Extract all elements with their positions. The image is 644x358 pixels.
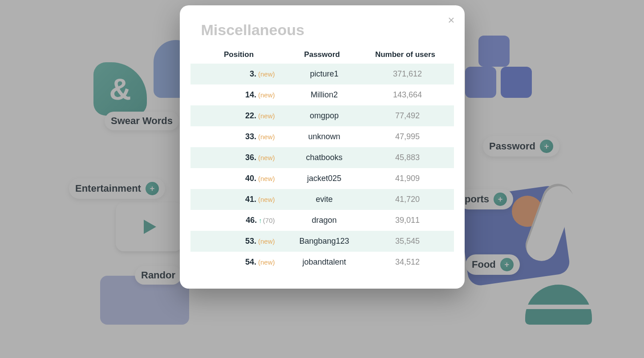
table-body[interactable]: 3.(new)picture1371,61214.(new)Million214… bbox=[190, 64, 454, 273]
new-tag: (new) bbox=[258, 91, 275, 99]
table-row: 22.(new)omgpop77,492 bbox=[190, 105, 454, 126]
users-cell: 45,883 bbox=[372, 153, 443, 162]
password-cell: Million2 bbox=[277, 90, 372, 100]
arrow-up-icon: ↑ bbox=[259, 217, 262, 224]
position-cell: 3.(new) bbox=[201, 69, 277, 79]
table-header: Position Password Number of users bbox=[180, 46, 465, 64]
position-cell: 41.(new) bbox=[201, 195, 277, 204]
new-tag: (new) bbox=[258, 258, 275, 266]
table-row: 36.(new)chatbooks45,883 bbox=[190, 147, 454, 168]
position-cell: 53.(new) bbox=[201, 237, 277, 246]
users-cell: 47,995 bbox=[372, 132, 443, 141]
users-cell: 143,664 bbox=[372, 90, 443, 100]
miscellaneous-modal: × Miscellaneous Position Password Number… bbox=[180, 5, 465, 289]
password-cell: chatbooks bbox=[277, 153, 372, 162]
users-cell: 371,612 bbox=[372, 69, 443, 79]
password-cell: dragon bbox=[277, 216, 372, 225]
table-row: 53.(new)Bangbang12335,545 bbox=[190, 231, 454, 252]
table-row: 40.(new)jacket02541,909 bbox=[190, 168, 454, 189]
new-tag: (new) bbox=[258, 112, 275, 120]
users-cell: 35,545 bbox=[372, 237, 443, 246]
new-tag: (new) bbox=[258, 196, 275, 203]
users-cell: 41,720 bbox=[372, 195, 443, 204]
col-password: Password bbox=[277, 50, 368, 59]
password-cell: evite bbox=[277, 195, 372, 204]
new-tag: (new) bbox=[258, 237, 275, 245]
table-row: 33.(new)unknown47,995 bbox=[190, 126, 454, 147]
password-cell: picture1 bbox=[277, 69, 372, 79]
col-users: Number of users bbox=[368, 50, 443, 59]
position-cell: 22.(new) bbox=[201, 111, 277, 121]
position-cell: 36.(new) bbox=[201, 153, 277, 162]
table-row: 54.(new)jobandtalent34,512 bbox=[190, 252, 454, 273]
modal-overlay[interactable]: × Miscellaneous Position Password Number… bbox=[0, 0, 644, 358]
new-tag: (new) bbox=[258, 133, 275, 141]
position-cell: 40.(new) bbox=[201, 174, 277, 183]
modal-title: Miscellaneous bbox=[180, 16, 465, 46]
close-icon[interactable]: × bbox=[448, 13, 454, 27]
rise-tag: ↑(70) bbox=[259, 217, 275, 224]
table-row: 46.↑(70)dragon39,011 bbox=[190, 210, 454, 231]
new-tag: (new) bbox=[258, 70, 275, 78]
new-tag: (new) bbox=[258, 154, 275, 161]
password-cell: jacket025 bbox=[277, 174, 372, 183]
users-cell: 39,011 bbox=[372, 216, 443, 225]
users-cell: 41,909 bbox=[372, 174, 443, 183]
users-cell: 34,512 bbox=[372, 257, 443, 267]
position-cell: 46.↑(70) bbox=[201, 216, 277, 225]
password-cell: unknown bbox=[277, 132, 372, 141]
users-cell: 77,492 bbox=[372, 111, 443, 121]
position-cell: 54.(new) bbox=[201, 257, 277, 267]
position-cell: 14.(new) bbox=[201, 90, 277, 100]
password-cell: jobandtalent bbox=[277, 257, 372, 267]
table-row: 14.(new)Million2143,664 bbox=[190, 84, 454, 105]
table-row: 41.(new)evite41,720 bbox=[190, 189, 454, 210]
position-cell: 33.(new) bbox=[201, 132, 277, 141]
password-cell: Bangbang123 bbox=[277, 237, 372, 246]
col-position: Position bbox=[201, 50, 277, 59]
password-cell: omgpop bbox=[277, 111, 372, 121]
new-tag: (new) bbox=[258, 175, 275, 182]
table-row: 3.(new)picture1371,612 bbox=[190, 64, 454, 84]
